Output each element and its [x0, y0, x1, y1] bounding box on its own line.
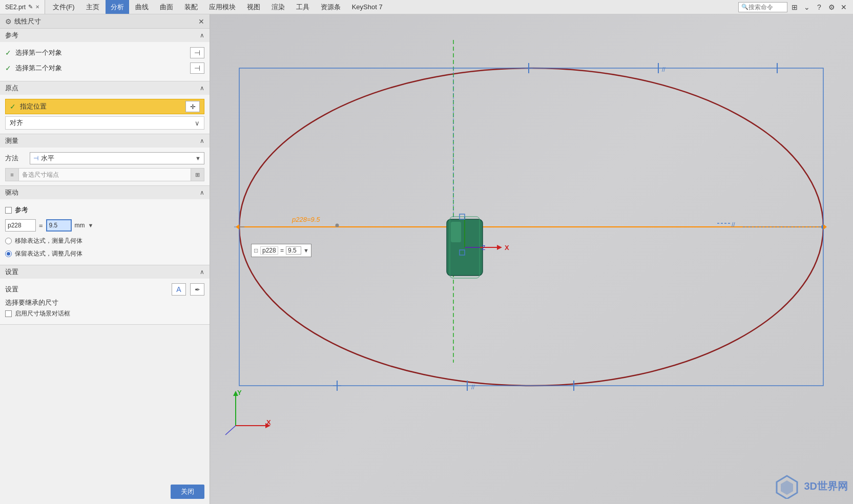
reference-section: 参考 ∧ ✓ 选择第一个对象 ⊣ ✓ 选择第二个对象 ⊣ — [0, 29, 210, 81]
pick-icon: ✒ — [195, 286, 200, 293]
reference-content: ✓ 选择第一个对象 ⊣ ✓ 选择第二个对象 ⊣ — [0, 42, 210, 81]
menu-home[interactable]: 主页 — [81, 0, 105, 14]
dim-input-row: ≡ 备选尺寸端点 ⊞ — [5, 168, 204, 181]
menu-keyshot[interactable]: KeyShot 7 — [347, 0, 388, 14]
settings-pick-button[interactable]: ✒ — [190, 283, 204, 296]
drive-section: 驱动 ∧ 参考 p228 = 9.5 mm ▼ 移除表达式，测量几何体 — [0, 186, 210, 265]
menu-surface[interactable]: 曲面 — [155, 0, 178, 14]
font-icon: A — [176, 285, 181, 293]
reference-section-header[interactable]: 参考 ∧ — [0, 29, 210, 42]
menu-tools[interactable]: 工具 — [291, 0, 315, 14]
tab-edit-icon: ✎ — [28, 4, 33, 10]
help-icon[interactable]: ? — [814, 2, 824, 12]
align-row[interactable]: 对齐 ∨ — [5, 116, 204, 130]
measure-section-header[interactable]: 测量 ∧ — [0, 134, 210, 148]
measure-arrow-icon: ∧ — [200, 137, 204, 144]
radio2-dot — [7, 252, 10, 256]
method-row: 方法 ⊣ 水平 ▼ — [5, 152, 204, 165]
origin-title: 原点 — [5, 83, 18, 93]
menu-view[interactable]: 视图 — [242, 0, 265, 14]
origin-btn-icon: ✛ — [190, 103, 196, 111]
settings-checkbox[interactable] — [5, 310, 12, 317]
ref1-check-icon: ✓ — [5, 49, 11, 57]
top-bar: SE2.prt ✎ ✕ 文件(F) 主页 分析 曲线 曲面 装配 应用模块 视图… — [0, 0, 853, 14]
settings-font-button[interactable]: A — [172, 283, 186, 296]
radio2-button[interactable] — [5, 250, 12, 257]
radio-row-2: 保留表达式，调整几何体 — [5, 248, 204, 259]
expr-val-field[interactable]: 9.5 — [46, 219, 72, 232]
ref2-button[interactable]: ⊣ — [190, 62, 204, 74]
radio1-button[interactable] — [5, 238, 12, 244]
method-text: 水平 — [41, 154, 193, 163]
radio2-label: 保留表达式，调整几何体 — [15, 249, 82, 258]
settings-content: 设置 A ✒ 选择要继承的尺寸 启用尺寸场景对话框 — [0, 279, 210, 324]
dialog-close-icon[interactable]: ✕ — [198, 17, 204, 26]
dim-widget-val[interactable] — [286, 246, 301, 255]
tab-label: SE2.prt — [5, 4, 26, 11]
ref1-label: 选择第一个对象 — [15, 48, 186, 57]
radio-row-1: 移除表达式，测量几何体 — [5, 235, 204, 246]
menu-assembly[interactable]: 装配 — [179, 0, 203, 14]
dim-widget-eq: = — [280, 247, 284, 254]
watermark: 3D世界网 — [774, 473, 848, 499]
origin-button[interactable]: ✛ — [185, 101, 200, 112]
origin-content: ✓ 指定位置 ✛ 对齐 ∨ — [0, 95, 210, 134]
dim-widget: ⊡ = ▼ — [251, 244, 311, 257]
svg-rect-24 — [451, 222, 461, 242]
expr-name-field[interactable]: p228 — [5, 219, 36, 232]
menu-file[interactable]: 文件(F) — [48, 0, 80, 14]
menu-bar: 文件(F) 主页 分析 曲线 曲面 装配 应用模块 视图 渲染 工具 资源条 K… — [45, 0, 853, 14]
ref2-btn-icon: ⊣ — [194, 64, 200, 72]
measure-section: 测量 ∧ 方法 ⊣ 水平 ▼ ≡ 备选尺寸端点 ⊞ — [0, 134, 210, 186]
svg-text:X: X — [505, 244, 509, 251]
ref1-button[interactable]: ⊣ — [190, 47, 204, 58]
coord-axis: Y X — [220, 390, 272, 443]
dim-btn[interactable]: ⊞ — [191, 169, 204, 181]
drive-content: 参考 p228 = 9.5 mm ▼ 移除表达式，测量几何体 保留表达式，调整几… — [0, 199, 210, 265]
reference-title: 参考 — [5, 31, 18, 40]
watermark-icon — [774, 473, 800, 499]
settings-section-header[interactable]: 设置 ∧ — [0, 265, 210, 279]
ref-row-2: ✓ 选择第二个对象 ⊣ — [5, 61, 204, 75]
method-select[interactable]: ⊣ 水平 ▼ — [30, 152, 204, 164]
dialog-panel: ⚙ 线性尺寸 ✕ 参考 ∧ ✓ 选择第一个对象 ⊣ ✓ 选择第二个对象 ⊣ — [0, 14, 210, 504]
close-window-icon[interactable]: ✕ — [839, 2, 849, 12]
expand-icon[interactable]: ⌄ — [802, 2, 812, 12]
search-input[interactable] — [748, 4, 784, 11]
ref2-check-icon: ✓ — [5, 64, 11, 72]
svg-text:X: X — [266, 418, 271, 426]
ref2-label: 选择第二个对象 — [15, 64, 186, 73]
menu-render[interactable]: 渲染 — [266, 0, 290, 14]
drive-ref-checkbox[interactable] — [5, 207, 12, 214]
svg-line-43 — [225, 426, 236, 435]
menu-resources[interactable]: 资源条 — [316, 0, 346, 14]
close-button[interactable]: 关闭 — [171, 485, 204, 499]
menu-appmodule[interactable]: 应用模块 — [204, 0, 241, 14]
settings-icon[interactable]: ⚙ — [826, 2, 837, 12]
file-tab[interactable]: SE2.prt ✎ ✕ — [0, 0, 45, 14]
dialog-title: 线性尺寸 — [14, 17, 196, 26]
drive-section-header[interactable]: 驱动 ∧ — [0, 186, 210, 199]
ref1-btn-icon: ⊣ — [194, 49, 200, 57]
dim-widget-name[interactable] — [260, 246, 278, 255]
method-label: 方法 — [5, 154, 26, 163]
svg-text:p228=9.5: p228=9.5 — [292, 216, 320, 223]
method-icon: ⊣ — [33, 155, 38, 162]
menu-curve[interactable]: 曲线 — [130, 0, 154, 14]
origin-section-header[interactable]: 原点 ∧ — [0, 81, 210, 95]
svg-marker-45 — [781, 480, 793, 495]
dim-widget-arrow[interactable]: ▼ — [303, 247, 309, 254]
method-dropdown-icon: ▼ — [195, 155, 201, 161]
settings-arrow-icon: ∧ — [200, 268, 204, 276]
expr-dropdown-icon[interactable]: ▼ — [88, 222, 94, 228]
svg-text:Z: Z — [482, 244, 485, 251]
dim-icon-symbol: ≡ — [10, 172, 13, 178]
menu-analysis[interactable]: 分析 — [106, 0, 129, 14]
tab-close-icon[interactable]: ✕ — [35, 4, 39, 10]
viewport: // // // X Z — [210, 14, 853, 504]
measure-content: 方法 ⊣ 水平 ▼ ≡ 备选尺寸端点 ⊞ — [0, 148, 210, 185]
coord-svg: Y X — [220, 390, 272, 441]
grid-icon[interactable]: ⊞ — [789, 2, 800, 12]
origin-check-icon: ✓ — [10, 102, 16, 111]
align-dropdown-icon[interactable]: ∨ — [191, 119, 204, 127]
